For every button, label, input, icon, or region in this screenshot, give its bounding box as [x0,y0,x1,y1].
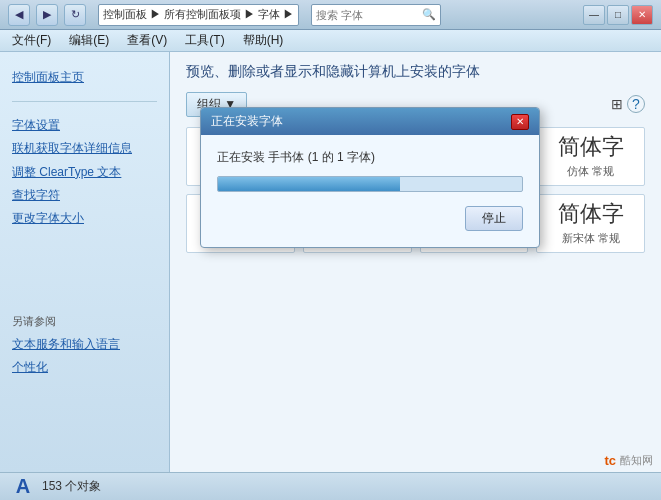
content-area: 预览、删除或者显示和隐藏计算机上安装的字体 组织 ▼ ⊞ ? Ctrl+V ♪ … [170,52,661,472]
font-item-8[interactable]: 简体字 新宋体 常规 [536,194,645,253]
sidebar-item-control-panel-home[interactable]: 控制面板主页 [12,66,157,89]
view-toggle-icon[interactable]: ⊞ [611,96,623,112]
help-icon[interactable]: ? [627,95,645,113]
sidebar-item-text-services[interactable]: 文本服务和输入语言 [12,333,157,356]
watermark-logo: tc [604,453,616,468]
dialog-title-bar: 正在安装字体 ✕ [201,108,539,135]
font-name-4: 仿体 常规 [543,164,638,179]
sidebar-item-change-size[interactable]: 更改字体大小 [12,207,157,230]
font-a-letter: A [16,475,30,498]
refresh-button[interactable]: ↻ [64,4,86,26]
window-controls: — □ ✕ [583,5,653,25]
title-bar: ◀ ▶ ↻ 控制面板 ▶ 所有控制面板项 ▶ 字体 ▶ 🔍 — □ ✕ [0,0,661,30]
close-button[interactable]: ✕ [631,5,653,25]
menu-edit[interactable]: 编辑(E) [61,30,117,51]
title-bar-left: ◀ ▶ ↻ 控制面板 ▶ 所有控制面板项 ▶ 字体 ▶ 🔍 [8,4,441,26]
address-bar[interactable]: 控制面板 ▶ 所有控制面板项 ▶ 字体 ▶ [98,4,299,26]
main-layout: 控制面板主页 字体设置 联机获取字体详细信息 调整 ClearType 文本 查… [0,52,661,472]
sidebar-item-font-online[interactable]: 联机获取字体详细信息 [12,137,157,160]
menu-tools[interactable]: 工具(T) [177,30,232,51]
progress-bar-fill [218,177,400,191]
sidebar-item-font-settings[interactable]: 字体设置 [12,114,157,137]
install-dialog: 正在安装字体 ✕ 正在安装 手书体 (1 的 1 字体) 停止 [200,107,540,248]
address-path: 控制面板 ▶ 所有控制面板项 ▶ 字体 ▶ [103,7,294,22]
dialog-body: 正在安装 手书体 (1 的 1 字体) 停止 [201,135,539,247]
install-dialog-overlay: 正在安装字体 ✕ 正在安装 手书体 (1 的 1 字体) 停止 [200,107,540,248]
dialog-title: 正在安装字体 [211,113,283,130]
content-title: 预览、删除或者显示和隐藏计算机上安装的字体 [186,62,645,82]
font-item-4[interactable]: 简体字 仿体 常规 [536,127,645,186]
forward-button[interactable]: ▶ [36,4,58,26]
font-name-8: 新宋体 常规 [543,231,638,246]
menu-bar: 文件(F) 编辑(E) 查看(V) 工具(T) 帮助(H) [0,30,661,52]
sidebar-main-section: 控制面板主页 [0,62,169,93]
back-button[interactable]: ◀ [8,4,30,26]
status-bar: A 153 个对象 [0,472,661,500]
dialog-close-button[interactable]: ✕ [511,114,529,130]
menu-help[interactable]: 帮助(H) [235,30,292,51]
toolbar-right: ⊞ ? [611,95,645,113]
watermark: tc 酷知网 [604,453,653,468]
sidebar-see-also-heading: 另请参阅 [12,314,157,329]
minimize-button[interactable]: — [583,5,605,25]
search-icon: 🔍 [422,8,436,21]
font-preview-4: 简体字 [543,134,638,160]
watermark-site: 酷知网 [620,453,653,468]
search-input[interactable] [316,9,422,21]
status-text: 153 个对象 [42,478,101,495]
sidebar-font-section: 字体设置 联机获取字体详细信息 调整 ClearType 文本 查找字符 更改字… [0,110,169,234]
font-preview-8: 简体字 [543,201,638,227]
menu-view[interactable]: 查看(V) [119,30,175,51]
search-bar[interactable]: 🔍 [311,4,441,26]
stop-button[interactable]: 停止 [465,206,523,231]
sidebar-item-personalize[interactable]: 个性化 [12,356,157,379]
sidebar-divider-1 [12,101,157,102]
menu-file[interactable]: 文件(F) [4,30,59,51]
sidebar: 控制面板主页 字体设置 联机获取字体详细信息 调整 ClearType 文本 查… [0,52,170,472]
sidebar-item-cleartype[interactable]: 调整 ClearType 文本 [12,161,157,184]
progress-bar-wrapper [217,176,523,192]
dialog-install-text: 正在安装 手书体 (1 的 1 字体) [217,149,523,166]
maximize-button[interactable]: □ [607,5,629,25]
dialog-footer: 停止 [217,206,523,235]
sidebar-see-also-section: 另请参阅 文本服务和输入语言 个性化 [0,294,169,383]
sidebar-item-find-char[interactable]: 查找字符 [12,184,157,207]
font-a-status-icon: A [12,476,34,498]
